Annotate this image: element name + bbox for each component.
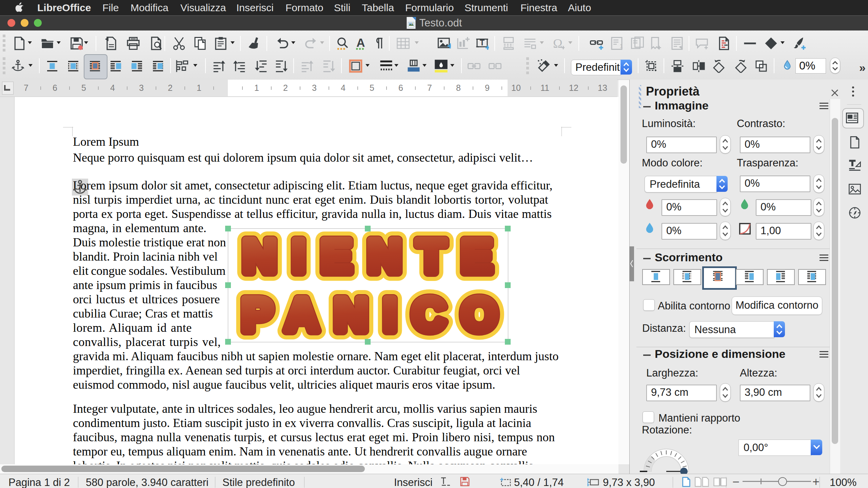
svg-text:Ω: Ω xyxy=(553,37,563,50)
svg-text:PANICO: PANICO xyxy=(242,289,497,341)
svg-text:PANICO: PANICO xyxy=(242,289,497,341)
svg-text:PANICO: PANICO xyxy=(242,289,497,341)
svg-text:1: 1 xyxy=(620,43,623,49)
svg-text:NIENTE: NIENTE xyxy=(243,230,492,282)
svg-text:A: A xyxy=(356,37,365,49)
svg-text:T: T xyxy=(480,38,485,47)
